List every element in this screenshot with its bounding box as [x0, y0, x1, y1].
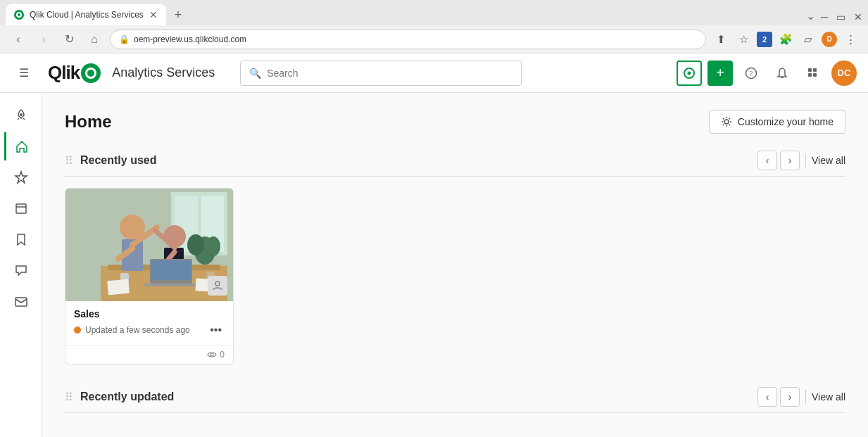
- sidebar-item-catalog[interactable]: [4, 194, 38, 222]
- section-navigation: ‹ › View all: [757, 151, 845, 170]
- reload-button[interactable]: ↻: [59, 30, 79, 49]
- close-browser-btn[interactable]: ✕: [854, 11, 862, 23]
- eye-icon: [207, 350, 217, 360]
- menu-toggle-button[interactable]: ☰: [11, 61, 37, 86]
- sidebar-item-favorites[interactable]: [4, 163, 38, 191]
- star-icon: [14, 170, 28, 184]
- recently-updated-prev-button[interactable]: ‹: [757, 387, 777, 407]
- card-footer: 0: [65, 345, 233, 364]
- browser-actions: ⬆ ☆ 2 🧩 ▱ D ⋮: [712, 30, 860, 49]
- active-tab[interactable]: Qlik Cloud | Analytics Services ✕: [6, 4, 166, 25]
- card-updated-info: Updated a few seconds ago: [74, 325, 190, 335]
- waffle-icon[interactable]: [800, 61, 826, 86]
- recently-used-prev-button[interactable]: ‹: [757, 151, 777, 170]
- recently-used-view-all-button[interactable]: View all: [812, 155, 845, 166]
- recently-updated-section: ⠿ Recently updated ‹ › View all: [65, 387, 845, 413]
- maximize-btn[interactable]: ▭: [836, 11, 845, 23]
- apps-grid-icon: [807, 67, 819, 80]
- svg-point-19: [206, 236, 220, 256]
- search-icon: 🔍: [249, 68, 261, 79]
- browser-profile-avatar[interactable]: D: [822, 32, 837, 47]
- insights-button[interactable]: [677, 61, 702, 86]
- sidebar-item-collections[interactable]: [4, 225, 38, 253]
- tab-close-btn[interactable]: ✕: [149, 9, 158, 20]
- page-title: Home: [65, 112, 112, 132]
- views-count: 0: [220, 350, 225, 360]
- customize-home-button[interactable]: Customize your home: [709, 110, 845, 134]
- sidebar-item-hub[interactable]: [4, 101, 38, 129]
- rocket-icon: [14, 108, 28, 122]
- svg-point-18: [187, 234, 204, 255]
- svg-point-38: [210, 353, 213, 356]
- drag-handle-icon-2[interactable]: ⠿: [65, 391, 73, 404]
- home-browser-button[interactable]: ⌂: [84, 30, 104, 49]
- svg-rect-31: [151, 260, 191, 280]
- nav-divider: [805, 153, 806, 167]
- notifications-icon[interactable]: [769, 61, 795, 86]
- home-icon: [15, 139, 29, 153]
- add-new-button[interactable]: +: [707, 61, 733, 86]
- mail-icon: [14, 294, 28, 308]
- search-input[interactable]: [267, 68, 512, 79]
- browser-tab-bar: Qlik Cloud | Analytics Services ✕ + ⌄ ─ …: [0, 0, 868, 25]
- section-title-area: ⠿ Recently used: [65, 154, 156, 167]
- url-text: oem-preview.us.qlikcloud.com: [134, 34, 697, 44]
- help-icon[interactable]: ?: [738, 61, 764, 86]
- back-button[interactable]: ‹: [8, 30, 28, 49]
- sales-card[interactable]: Sales Updated a few seconds ago •••: [65, 188, 234, 365]
- tab-favicon: [14, 10, 24, 20]
- recently-updated-next-button[interactable]: ›: [780, 387, 800, 407]
- logo-area: Qlik: [48, 62, 101, 84]
- svg-rect-11: [15, 298, 27, 306]
- status-dot: [74, 327, 81, 334]
- search-bar[interactable]: 🔍: [240, 61, 522, 86]
- gear-icon: [721, 116, 732, 127]
- svg-rect-6: [813, 68, 817, 72]
- main-layout: Home Customize your home ⠿ Rec: [0, 93, 868, 437]
- svg-rect-7: [808, 73, 812, 77]
- extension-puzzle-icon[interactable]: 🧩: [776, 30, 795, 49]
- card-thumbnail: [65, 189, 233, 301]
- browser-menu-icon[interactable]: ⋮: [841, 30, 860, 49]
- new-tab-button[interactable]: +: [169, 8, 188, 25]
- browser-controls: ‹ › ↻ ⌂ 🔒 oem-preview.us.qlikcloud.com ⬆…: [0, 25, 868, 53]
- recently-updated-navigation: ‹ › View all: [757, 387, 845, 407]
- drag-handle-icon[interactable]: ⠿: [65, 154, 73, 167]
- sidebar-browser-icon[interactable]: ▱: [799, 30, 817, 49]
- recently-used-title: Recently used: [80, 154, 156, 167]
- recently-updated-view-all-button[interactable]: View all: [812, 391, 845, 403]
- bookmark-icon: [14, 232, 28, 246]
- question-icon: ?: [745, 67, 757, 80]
- sidebar-item-alerts[interactable]: [4, 256, 38, 284]
- card-updated-text: Updated a few seconds ago: [85, 325, 190, 335]
- svg-point-12: [724, 120, 729, 124]
- address-bar[interactable]: 🔒 oem-preview.us.qlikcloud.com: [110, 30, 706, 49]
- extension-translate-icon[interactable]: 2: [757, 32, 772, 47]
- app-header: ☰ Qlik Analytics Services 🔍: [0, 53, 868, 93]
- recently-updated-title: Recently updated: [80, 391, 174, 403]
- card-owner-avatar: [208, 276, 227, 296]
- svg-rect-35: [107, 279, 130, 296]
- share-icon[interactable]: ⬆: [712, 30, 730, 49]
- user-avatar[interactable]: DC: [831, 61, 857, 86]
- logo-wordmark: Qlik: [48, 62, 80, 84]
- recently-used-next-button[interactable]: ›: [780, 151, 800, 170]
- svg-rect-10: [16, 204, 26, 213]
- minimize-btn[interactable]: ─: [821, 11, 828, 23]
- sidebar-item-subscriptions[interactable]: [4, 287, 38, 315]
- svg-point-9: [20, 113, 23, 116]
- recently-used-cards: Sales Updated a few seconds ago •••: [65, 188, 845, 365]
- header-actions: + ?: [677, 61, 857, 86]
- sidebar: [0, 93, 42, 437]
- qlik-circle-logo: [81, 63, 101, 83]
- bookmark-icon[interactable]: ☆: [734, 30, 753, 49]
- forward-button[interactable]: ›: [34, 30, 54, 49]
- sidebar-item-home[interactable]: [4, 132, 38, 160]
- nav-divider-2: [805, 390, 806, 404]
- card-more-options-button[interactable]: •••: [207, 322, 225, 338]
- tab-overflow-icon[interactable]: ⌄: [806, 9, 815, 25]
- content-area: Home Customize your home ⠿ Rec: [42, 93, 868, 437]
- catalog-icon: [14, 201, 28, 215]
- svg-rect-5: [808, 68, 812, 72]
- card-views-count: 0: [207, 350, 225, 360]
